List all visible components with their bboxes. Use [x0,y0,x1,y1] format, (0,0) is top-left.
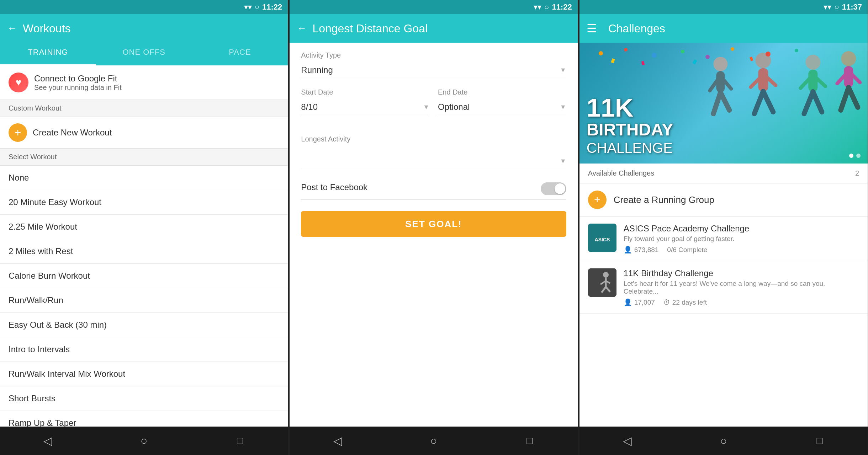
activity-type-field: Activity Type Running ▼ [301,51,566,78]
clock-icon-birthday: ⏱ [663,299,670,306]
svg-line-15 [813,92,822,112]
dropdown-arrow-end: ▼ [560,103,566,111]
workout-item-4[interactable]: Run/Walk/Run [0,288,288,313]
banner-text-overlay: 11K BIRTHDAY CHALLENGE [587,95,673,156]
post-facebook-toggle[interactable] [541,182,566,195]
svg-line-20 [841,87,849,110]
goal-form: Activity Type Running ▼ Start Date 8/10 … [290,43,577,427]
status-icons-2: ▾▾ ○ 11:22 [534,2,572,12]
workout-item-6[interactable]: Intro to Intervals [0,337,288,362]
wifi-icon-1: ▾▾ [244,2,252,12]
create-group-icon: + [588,191,607,209]
dot-1 [849,154,853,158]
asics-member-count: 673,881 [634,246,659,254]
people-icon-birthday: 👤 [624,298,632,306]
svg-point-27 [681,50,684,53]
workout-item-3[interactable]: Calorie Burn Workout [0,264,288,288]
create-workout-row[interactable]: + Create New Workout [0,117,288,149]
people-icon-asics: 👤 [624,246,632,254]
home-nav-btn-1[interactable] [133,430,155,451]
back-nav-btn-1[interactable] [37,430,59,451]
recent-nav-btn-1[interactable] [229,430,250,451]
tab-one-offs[interactable]: ONE OFFS [96,43,192,65]
asics-members: 👤 673,881 [624,246,659,254]
google-fit-row[interactable]: ♥ Connect to Google Fit See your running… [0,65,288,100]
birthday-challenge-item[interactable]: 11K Birthday Challenge Let's hear it for… [579,261,868,314]
recent-nav-btn-3[interactable] [809,430,830,451]
wifi-icon-2: ▾▾ [534,2,541,12]
goal-panel: ▾▾ ○ 11:22 ← Longest Distance Goal Activ… [290,0,578,455]
google-fit-title: Connect to Google Fit [34,74,122,84]
birthday-challenge-desc: Let's hear it for 11 years! We've come a… [624,280,859,295]
workouts-scroll[interactable]: ♥ Connect to Google Fit See your running… [0,65,288,427]
back-button-2[interactable]: ← [297,23,307,34]
tab-bar-1: TRAINING ONE OFFS PACE [0,43,288,65]
asics-progress: 0/6 Complete [667,246,707,254]
set-goal-button[interactable]: SET GOAL! [301,211,566,237]
asics-challenge-info: ASICS Pace Academy Challenge Fly toward … [624,224,750,254]
workout-item-1[interactable]: 2.25 Mile Workout [0,215,288,239]
svg-text:ASICS: ASICS [594,237,610,242]
tab-training[interactable]: TRAINING [0,43,96,65]
back-nav-btn-2[interactable] [327,430,348,451]
start-date-label: Start Date [301,88,429,96]
home-nav-btn-2[interactable] [423,430,444,451]
workout-item-5[interactable]: Easy Out & Back (30 min) [0,313,288,337]
back-nav-btn-3[interactable] [617,430,638,451]
svg-point-30 [766,52,771,57]
svg-line-3 [721,92,730,110]
home-nav-btn-3[interactable] [713,430,734,451]
custom-workout-header: Custom Workout [0,100,288,117]
challenges-scroll[interactable]: + Create a Running Group ASICS ASICS Pac… [579,183,868,427]
signal-icon-2: ○ [544,2,549,12]
start-date-dropdown[interactable]: 8/10 ▼ [301,99,429,115]
back-button-1[interactable]: ← [7,23,17,34]
workout-item-8[interactable]: Short Bursts [0,386,288,411]
banner-line3: CHALLENGE [587,139,673,156]
asics-logo-svg: ASICS [588,224,616,252]
activity-type-label: Activity Type [301,51,566,59]
svg-point-24 [599,51,603,55]
workout-item-9[interactable]: Ramp Up & Taper [0,411,288,427]
available-challenges-count: 2 [855,169,859,177]
svg-rect-33 [641,61,645,65]
workout-item-none[interactable]: None [0,166,288,190]
workout-item-7[interactable]: Run/Walk Interval Mix Workout [0,362,288,386]
banner-dots [849,154,861,158]
activity-type-dropdown[interactable]: Running ▼ [301,62,566,78]
svg-point-29 [731,47,734,51]
birthday-time-left: 22 days left [672,299,707,306]
workout-item-2[interactable]: 2 Miles with Rest [0,239,288,264]
menu-icon-3[interactable]: ☰ [587,22,597,35]
workout-item-0[interactable]: 20 Minute Easy Workout [0,190,288,215]
recent-nav-icon-1 [237,435,243,446]
longest-activity-dropdown[interactable]: ▼ [301,155,566,168]
top-bar-2: ← Longest Distance Goal [290,14,577,43]
recent-nav-icon-2 [526,435,533,446]
top-bar-3: ☰ Challenges [579,14,868,43]
home-nav-icon-2 [430,434,437,448]
asics-challenge-item[interactable]: ASICS ASICS Pace Academy Challenge Fly t… [579,216,868,261]
svg-line-9 [763,91,773,112]
recent-nav-btn-2[interactable] [519,430,540,451]
bottom-nav-3 [579,427,868,455]
birthday-thumb-svg [588,268,616,297]
svg-point-28 [705,55,710,59]
end-date-dropdown[interactable]: Optional ▼ [438,99,566,115]
create-running-group-row[interactable]: + Create a Running Group [579,183,868,216]
end-date-label: End Date [438,88,566,96]
post-facebook-row: Post to Facebook [301,178,566,200]
challenge-banner[interactable]: 11K BIRTHDAY CHALLENGE [579,43,868,164]
asics-progress-text: 0/6 Complete [667,246,707,254]
asics-challenge-desc: Fly toward your goal of getting faster. [624,235,750,243]
home-nav-icon-3 [720,434,727,448]
svg-point-31 [795,49,798,52]
tab-pace[interactable]: PACE [192,43,288,65]
svg-line-14 [804,92,813,114]
date-row: Start Date 8/10 ▼ End Date Optional ▼ [301,88,566,125]
birthday-time: ⏱ 22 days left [663,298,707,306]
svg-point-39 [603,272,609,278]
longest-activity-label: Longest Activity [301,135,566,143]
google-fit-subtitle: See your running data in Fit [34,84,122,92]
dot-2 [856,154,861,158]
